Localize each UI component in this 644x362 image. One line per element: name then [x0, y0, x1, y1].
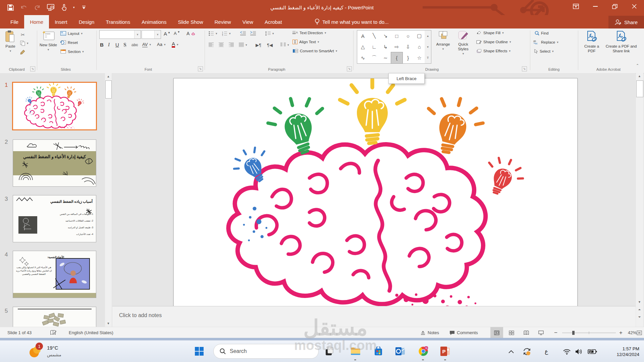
- slide-2-thumbnail[interactable]: كيفية إدارة الأعباء و الضغط النفسي: [13, 139, 96, 187]
- shape-fill-button[interactable]: Shape Fill▾: [476, 31, 504, 35]
- gallery-up-icon[interactable]: ▲: [425, 31, 431, 42]
- slide-5-thumbnail[interactable]: [13, 307, 96, 327]
- collapse-ribbon-icon[interactable]: ⌃: [636, 63, 639, 68]
- shape-down-arrow-icon[interactable]: ⇩: [402, 42, 414, 53]
- search-box[interactable]: Search: [213, 344, 319, 359]
- spell-check-icon[interactable]: [50, 327, 56, 338]
- slide-3-thumbnail[interactable]: أسباب زياده الضغط النفسي 1- التوقعات في …: [13, 195, 96, 242]
- slide-counter[interactable]: Slide 1 of 43: [7, 327, 32, 338]
- font-color-button[interactable]: A▾: [172, 41, 178, 48]
- decrease-indent-button[interactable]: [240, 31, 246, 36]
- quick-styles-button[interactable]: Quick Styles ▾: [453, 31, 473, 56]
- close-icon[interactable]: [625, 0, 644, 13]
- redo-icon[interactable]: [33, 3, 42, 12]
- chevron-down-icon[interactable]: ▾: [134, 31, 141, 39]
- shape-isosceles-triangle-icon[interactable]: △: [357, 42, 369, 53]
- sync-update-icon[interactable]: [523, 341, 531, 362]
- find-button[interactable]: Find: [535, 31, 548, 36]
- tab-review[interactable]: Review: [209, 15, 236, 28]
- undo-icon[interactable]: [19, 3, 28, 12]
- previous-slide-icon[interactable]: ⏶: [636, 308, 643, 312]
- shape-effects-button[interactable]: Shape Effects▾: [476, 49, 511, 53]
- editor-scrollbar[interactable]: ▲ ▼ ⏶ ⏷: [636, 73, 643, 327]
- scroll-down-icon[interactable]: ▼: [636, 300, 643, 304]
- shape-elbow-connector-icon[interactable]: ∟: [369, 42, 380, 53]
- rtl-direction-button[interactable]: ¶◀: [267, 43, 273, 48]
- shape-scribble-icon[interactable]: ∿: [357, 52, 369, 63]
- clipboard-dialog-launcher-icon[interactable]: ⇘: [30, 66, 35, 71]
- scrollbar-thumb[interactable]: [636, 80, 643, 97]
- shape-freeform-icon[interactable]: ⌂: [414, 42, 425, 53]
- tell-me-box[interactable]: Tell me what you want to do...: [315, 15, 389, 28]
- gallery-down-icon[interactable]: ▼: [425, 42, 431, 53]
- slide-editor-area[interactable]: [112, 73, 636, 327]
- convert-to-smartart-button[interactable]: Convert to SmartArt▾: [292, 49, 337, 53]
- panel-scroll-up-icon[interactable]: ▲: [105, 73, 112, 80]
- format-painter-button[interactable]: [20, 49, 25, 55]
- bold-button[interactable]: B: [100, 42, 104, 48]
- powerpoint-icon[interactable]: P: [440, 346, 451, 357]
- text-shadow-button[interactable]: S: [123, 42, 126, 48]
- tab-view[interactable]: View: [237, 15, 259, 28]
- zoom-slider[interactable]: [562, 327, 616, 338]
- ltr-direction-button[interactable]: ▶¶: [256, 43, 261, 48]
- align-left-button[interactable]: [209, 43, 214, 47]
- drawing-dialog-launcher-icon[interactable]: ⇘: [522, 66, 527, 71]
- tray-chevron-icon[interactable]: [508, 341, 514, 362]
- clear-formatting-button[interactable]: A: [186, 31, 195, 36]
- clock[interactable]: 1:57 PM 12/24/2024: [616, 341, 639, 362]
- paragraph-dialog-launcher-icon[interactable]: ⇘: [347, 66, 352, 71]
- normal-view-button[interactable]: [490, 327, 503, 338]
- shrink-font-button[interactable]: A▼: [174, 31, 180, 36]
- slide-canvas[interactable]: [173, 78, 578, 307]
- arrange-button[interactable]: Arrange ▾: [434, 31, 452, 51]
- align-text-button[interactable]: Align Text▾: [292, 40, 319, 44]
- layout-button[interactable]: Layout▾: [60, 31, 83, 36]
- line-spacing-button[interactable]: ▾: [265, 31, 274, 36]
- increase-indent-button[interactable]: [250, 31, 256, 36]
- volume-icon[interactable]: [575, 341, 583, 362]
- section-button[interactable]: Section▾: [60, 49, 84, 54]
- shape-outline-button[interactable]: Shape Outline▾: [476, 40, 511, 44]
- shape-rectangle-icon[interactable]: □: [391, 31, 402, 42]
- start-button[interactable]: [194, 346, 205, 357]
- tab-transitions[interactable]: Transitions: [100, 15, 136, 28]
- app-icon-window-stack[interactable]: [324, 346, 335, 357]
- bullets-button[interactable]: ▾: [209, 31, 217, 36]
- character-spacing-button[interactable]: AV▾: [142, 42, 151, 47]
- reading-view-button[interactable]: [520, 327, 533, 338]
- outlook-icon[interactable]: [395, 346, 406, 357]
- slide-show-view-button[interactable]: [535, 327, 547, 338]
- notes-toggle[interactable]: Notes: [420, 327, 439, 338]
- language-indicator[interactable]: English (United States): [69, 327, 113, 338]
- save-icon[interactable]: [6, 3, 15, 12]
- minimize-icon[interactable]: [586, 0, 605, 13]
- align-right-button[interactable]: [229, 43, 234, 47]
- new-slide-button[interactable]: New Slide ▾: [39, 31, 58, 52]
- customize-qat-icon[interactable]: [79, 3, 88, 12]
- tab-design[interactable]: Design: [73, 15, 100, 28]
- italic-button[interactable]: I: [108, 42, 110, 48]
- scroll-up-icon[interactable]: ▲: [636, 74, 643, 78]
- justify-button[interactable]: ▾: [239, 43, 247, 47]
- align-center-button[interactable]: [219, 43, 224, 47]
- cut-button[interactable]: ✂: [21, 32, 25, 38]
- zoom-in-button[interactable]: +: [619, 327, 623, 338]
- font-name-combo[interactable]: ▾: [99, 30, 141, 39]
- shape-arrow-icon[interactable]: ↘: [380, 31, 391, 42]
- restore-icon[interactable]: [605, 0, 625, 13]
- slide-sorter-view-button[interactable]: [505, 327, 518, 338]
- copy-button[interactable]: ▾: [20, 41, 29, 46]
- zoom-level[interactable]: 42%: [628, 327, 637, 338]
- start-from-beginning-icon[interactable]: [46, 3, 55, 12]
- replace-button[interactable]: abac Replace▾: [533, 40, 558, 45]
- shape-line-icon[interactable]: ╲: [369, 31, 380, 42]
- shape-curve-icon[interactable]: ∼: [380, 52, 391, 63]
- touch-mouse-mode-icon[interactable]: [60, 3, 68, 12]
- text-direction-button[interactable]: A Text Direction▾: [292, 31, 326, 35]
- share-button[interactable]: Share: [608, 16, 644, 28]
- battery-icon[interactable]: [588, 341, 597, 362]
- grow-font-button[interactable]: A▲: [164, 31, 170, 37]
- paste-button[interactable]: Paste ▾: [3, 31, 18, 53]
- tab-animations[interactable]: Animations: [136, 15, 172, 28]
